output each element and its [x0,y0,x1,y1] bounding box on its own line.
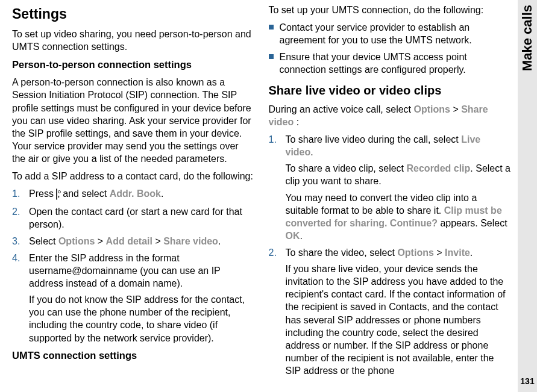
share-step-2: 2. To share the video, select Options > … [269,246,511,377]
share-1c: You may need to convert the video clip i… [269,191,511,242]
p2p-subhead: Person-to-person connection settings [12,58,254,72]
share-1b: To share a video clip, select Recorded c… [269,162,511,187]
step-1-text: Press , and select Addr. Book. [29,187,163,201]
share-intro: During an active voice call, select Opti… [269,103,511,128]
content-columns: Settings To set up video sharing, you ne… [0,0,518,392]
share-1a: To share live video during the call, sel… [286,133,511,158]
sidebar-tab: Make calls 131 [518,0,537,392]
bullet-1: Contact your service provider to establi… [269,21,511,46]
page-number: 131 [520,376,534,386]
bullet-2-text: Ensure that your device UMTS access poin… [280,51,511,76]
step-number: 1. [269,133,280,146]
umts-intro: To set up your UMTS connection, do the f… [269,4,511,16]
share-heading: Share live video or video clips [269,82,511,98]
umts-bullets: Contact your service provider to establi… [269,21,511,76]
step-number: 2. [12,205,23,218]
intro-para: To set up video sharing, you need person… [12,28,254,53]
share-2b: If you share live video, your device sen… [269,263,511,377]
step-3: 3. Select Options > Add detail > Share v… [12,235,254,247]
p2p-para: A person-to-person connection is also kn… [12,76,254,165]
step-number: 2. [269,246,280,259]
bullet-icon [269,54,274,59]
step-number: 1. [12,187,23,200]
step-4a-text: Enter the SIP address in the format user… [29,252,254,290]
share-steps-list: 1. To share live video during the call, … [269,133,511,377]
step-4: 4. Enter the SIP address in the format u… [12,252,254,344]
share-2a: To share the video, select Options > Inv… [286,246,473,259]
step-4b-text: If you do not know the SIP address for t… [12,293,254,344]
step-2: 2. Open the contact card (or start a new… [12,205,254,231]
section-label: Make calls [520,5,535,71]
step-number: 3. [12,235,23,247]
settings-heading: Settings [12,5,254,23]
step-3-text: Select Options > Add detail > Share vide… [29,235,221,247]
umts-subhead: UMTS connection settings [12,349,254,362]
bullet-1-text: Contact your service provider to establi… [280,21,511,46]
step-2-text: Open the contact card (or start a new ca… [29,205,254,231]
page: Settings To set up video sharing, you ne… [0,0,537,392]
share-step-1: 1. To share live video during the call, … [269,133,511,242]
bullet-2: Ensure that your device UMTS access poin… [269,51,511,76]
bullet-icon [269,25,274,30]
left-column: Settings To set up video sharing, you ne… [6,4,260,388]
step-1: 1. Press , and select Addr. Book. [12,187,254,201]
sip-steps-list: 1. Press , and select Addr. Book. 2. Ope… [12,187,254,344]
add-sip-intro: To add a SIP address to a contact card, … [12,170,254,182]
step-number: 4. [12,252,23,264]
right-column: To set up your UMTS connection, do the f… [260,4,517,388]
